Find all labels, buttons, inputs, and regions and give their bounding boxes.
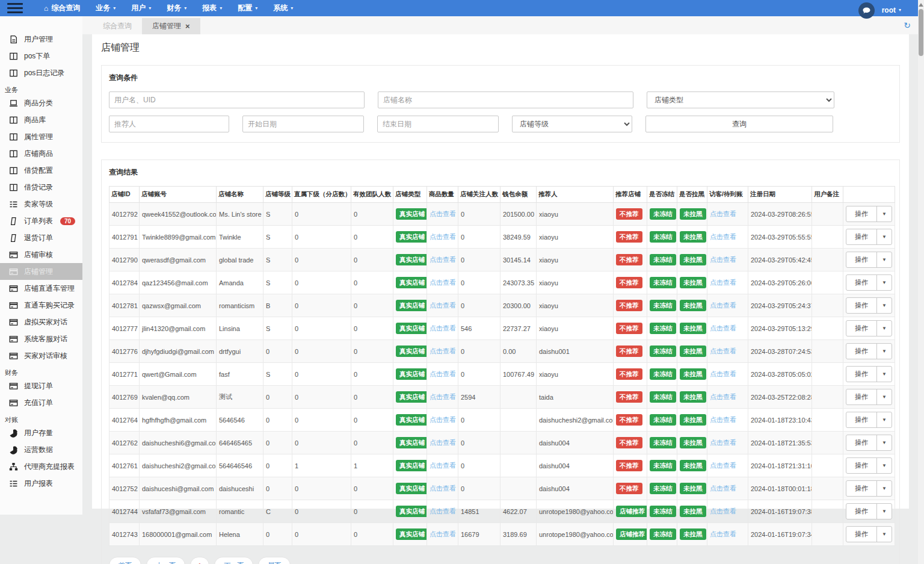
action-button[interactable]: 操作 xyxy=(846,367,876,382)
sidebar-item-pos-log[interactable]: pos日志记录 xyxy=(0,64,82,81)
sidebar-item-goods-category[interactable]: 商品分类 xyxy=(0,95,82,111)
nav-item-business[interactable]: 业务▾ xyxy=(88,0,123,16)
action-dropdown-toggle[interactable]: ▼ xyxy=(876,321,892,336)
action-dropdown-toggle[interactable]: ▼ xyxy=(876,275,892,290)
nav-item-finance[interactable]: 财务▾ xyxy=(159,0,194,16)
shop-name-input[interactable] xyxy=(378,91,633,108)
shop-type-select[interactable]: 店铺类型 xyxy=(647,91,834,108)
page-number-button[interactable]: 1 xyxy=(190,557,209,564)
visitors-view-link[interactable]: 点击查看 xyxy=(710,462,736,469)
sidebar-item-shop-goods[interactable]: 店铺商品 xyxy=(0,145,82,162)
sidebar-item-recharge-order[interactable]: 充值订单 xyxy=(0,394,82,411)
nav-item-user[interactable]: 用户▾ xyxy=(123,0,159,16)
sidebar-item-user-stock[interactable]: 用户存量 xyxy=(0,424,82,441)
sidebar-item-virtual-buyer-chat[interactable]: 虚拟买家对话 xyxy=(0,314,82,330)
start-date-input[interactable] xyxy=(242,116,364,132)
action-dropdown-toggle[interactable]: ▼ xyxy=(876,389,892,404)
username-uid-input[interactable] xyxy=(109,91,365,108)
products-view-link[interactable]: 点击查看 xyxy=(430,416,456,423)
prev-page-button[interactable]: 上一页 xyxy=(146,557,185,564)
sidebar-item-shop-train-mgmt[interactable]: 店铺直通车管理 xyxy=(0,280,82,297)
products-view-link[interactable]: 点击查看 xyxy=(430,347,456,355)
products-view-link[interactable]: 点击查看 xyxy=(430,485,456,492)
action-button[interactable]: 操作 xyxy=(846,504,876,519)
products-view-link[interactable]: 点击查看 xyxy=(430,439,456,446)
action-button[interactable]: 操作 xyxy=(846,229,876,244)
action-button[interactable]: 操作 xyxy=(846,435,876,450)
scroll-up-arrow-icon[interactable] xyxy=(919,3,923,7)
sidebar-item-shop-mgmt[interactable]: 店铺管理 xyxy=(0,263,82,280)
sidebar-item-user-report[interactable]: 用户报表 xyxy=(0,475,82,492)
action-dropdown-toggle[interactable]: ▼ xyxy=(876,458,892,473)
products-view-link[interactable]: 点击查看 xyxy=(430,302,456,309)
user-menu[interactable]: root ▾ xyxy=(882,6,901,14)
sidebar-item-loan-record[interactable]: 借贷记录 xyxy=(0,179,82,196)
sidebar-item-buyer-chat-audit[interactable]: 买家对话审核 xyxy=(0,347,82,364)
action-dropdown-toggle[interactable]: ▼ xyxy=(876,481,892,496)
visitors-view-link[interactable]: 点击查看 xyxy=(710,233,736,240)
products-view-link[interactable]: 点击查看 xyxy=(430,370,456,377)
action-button[interactable]: 操作 xyxy=(846,206,876,222)
scrollbar-thumb[interactable] xyxy=(919,9,923,56)
sidebar-item-order-list[interactable]: 订单列表70 xyxy=(0,212,82,229)
action-dropdown-toggle[interactable]: ▼ xyxy=(876,412,892,427)
refresh-icon[interactable]: ↻ xyxy=(904,21,911,29)
close-icon[interactable]: × xyxy=(185,22,190,30)
last-page-button[interactable]: 尾页 xyxy=(258,557,291,564)
query-button[interactable]: 查询 xyxy=(645,116,833,132)
nav-item-system[interactable]: 系统▾ xyxy=(265,0,301,16)
visitors-view-link[interactable]: 点击查看 xyxy=(710,210,736,217)
sidebar-item-loan-config[interactable]: 借贷配置 xyxy=(0,162,82,179)
sidebar-item-goods-lib[interactable]: 商品库 xyxy=(0,111,82,128)
sidebar-item-return-order[interactable]: 退货订单 xyxy=(0,229,82,246)
visitors-view-link[interactable]: 点击查看 xyxy=(710,530,736,538)
sidebar-item-system-cs-chat[interactable]: 系统客服对话 xyxy=(0,330,82,347)
sidebar-item-pos-order[interactable]: pos下单 xyxy=(0,48,82,64)
shop-level-select[interactable]: 店铺等级 xyxy=(512,116,632,132)
visitors-view-link[interactable]: 点击查看 xyxy=(710,416,736,423)
action-button[interactable]: 操作 xyxy=(846,458,876,473)
action-button[interactable]: 操作 xyxy=(846,252,876,267)
sidebar-item-seller-level[interactable]: 卖家等级 xyxy=(0,196,82,212)
action-button[interactable]: 操作 xyxy=(846,527,876,542)
tab-home-query[interactable]: 综合查询 xyxy=(93,18,142,34)
action-dropdown-toggle[interactable]: ▼ xyxy=(876,252,892,267)
end-date-input[interactable] xyxy=(377,116,499,132)
products-view-link[interactable]: 点击查看 xyxy=(430,279,456,286)
sidebar-item-user-mgmt[interactable]: 用户管理 xyxy=(0,31,82,48)
action-button[interactable]: 操作 xyxy=(846,389,876,404)
visitors-view-link[interactable]: 点击查看 xyxy=(710,302,736,309)
tab-shop-mgmt[interactable]: 店铺管理× xyxy=(142,18,200,34)
visitors-view-link[interactable]: 点击查看 xyxy=(710,256,736,263)
sidebar-item-train-buy-record[interactable]: 直通车购买记录 xyxy=(0,297,82,314)
visitors-view-link[interactable]: 点击查看 xyxy=(710,393,736,400)
sidebar-item-attr-mgmt[interactable]: 属性管理 xyxy=(0,128,82,145)
action-button[interactable]: 操作 xyxy=(846,321,876,336)
products-view-link[interactable]: 点击查看 xyxy=(430,393,456,400)
nav-item-report[interactable]: 报表▾ xyxy=(194,0,230,16)
action-dropdown-toggle[interactable]: ▼ xyxy=(876,206,892,222)
action-dropdown-toggle[interactable]: ▼ xyxy=(876,367,892,382)
products-view-link[interactable]: 点击查看 xyxy=(430,233,456,240)
action-button[interactable]: 操作 xyxy=(846,481,876,496)
action-dropdown-toggle[interactable]: ▼ xyxy=(876,435,892,450)
products-view-link[interactable]: 点击查看 xyxy=(430,530,456,538)
sidebar-item-operation-data[interactable]: 运营数据 xyxy=(0,441,82,458)
action-dropdown-toggle[interactable]: ▼ xyxy=(876,344,892,359)
visitors-view-link[interactable]: 点击查看 xyxy=(710,507,736,515)
products-view-link[interactable]: 点击查看 xyxy=(430,324,456,332)
chat-button[interactable] xyxy=(858,2,875,19)
action-button[interactable]: 操作 xyxy=(846,298,876,313)
sidebar-item-agent-report[interactable]: 代理商充提报表 xyxy=(0,458,82,475)
nav-item-config[interactable]: 配置▾ xyxy=(230,0,265,16)
nav-item-home[interactable]: ⌂综合查询 xyxy=(36,0,88,16)
visitors-view-link[interactable]: 点击查看 xyxy=(710,324,736,332)
visitors-view-link[interactable]: 点击查看 xyxy=(710,279,736,286)
action-dropdown-toggle[interactable]: ▼ xyxy=(876,504,892,519)
action-dropdown-toggle[interactable]: ▼ xyxy=(876,229,892,244)
menu-toggle-button[interactable] xyxy=(7,3,23,13)
action-dropdown-toggle[interactable]: ▼ xyxy=(876,527,892,542)
visitors-view-link[interactable]: 点击查看 xyxy=(710,370,736,377)
action-dropdown-toggle[interactable]: ▼ xyxy=(876,298,892,313)
sidebar-item-shop-audit[interactable]: 店铺审核 xyxy=(0,246,82,263)
